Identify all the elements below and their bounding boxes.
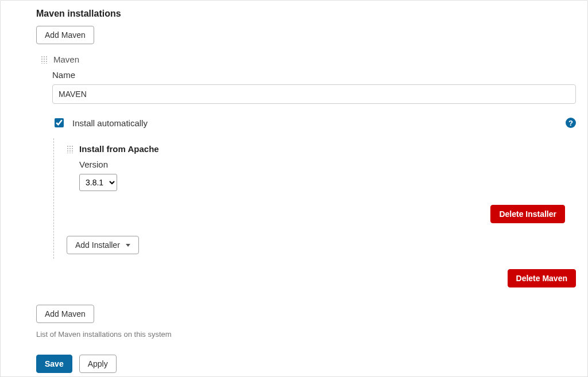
delete-installer-button[interactable]: Delete Installer [490,205,565,223]
maven-header-label: Maven [53,55,79,64]
apply-button[interactable]: Apply [79,355,117,373]
save-button[interactable]: Save [36,355,72,373]
maven-installation-block: Maven Name Install automatically ? Insta… [41,55,575,287]
version-select[interactable]: 3.8.1 [79,174,117,191]
action-row: Save Apply [36,355,575,373]
installer-title: Install from Apache [79,144,159,154]
install-auto-checkbox[interactable] [55,118,64,127]
installer-header: Install from Apache [67,144,575,154]
install-auto-row: Install automatically ? [52,116,576,129]
add-maven-button-top[interactable]: Add Maven [36,26,94,44]
help-icon[interactable]: ? [566,118,576,128]
install-auto-label: Install automatically [72,118,148,128]
name-input[interactable] [52,84,576,104]
version-label: Version [79,160,575,169]
helper-text: List of Maven installations on this syst… [36,330,575,339]
chevron-down-icon [126,244,130,247]
section-title: Maven installations [36,9,575,19]
add-maven-button-bottom[interactable]: Add Maven [36,305,94,323]
add-installer-button[interactable]: Add Installer [67,236,139,254]
name-label: Name [52,70,575,80]
maven-header: Maven [41,55,575,64]
delete-maven-button[interactable]: Delete Maven [508,269,576,287]
installer-block: Install from Apache Version 3.8.1 Delete… [53,138,575,259]
add-installer-label: Add Installer [75,240,120,250]
drag-handle-icon[interactable] [67,145,74,153]
drag-handle-icon[interactable] [41,56,48,64]
